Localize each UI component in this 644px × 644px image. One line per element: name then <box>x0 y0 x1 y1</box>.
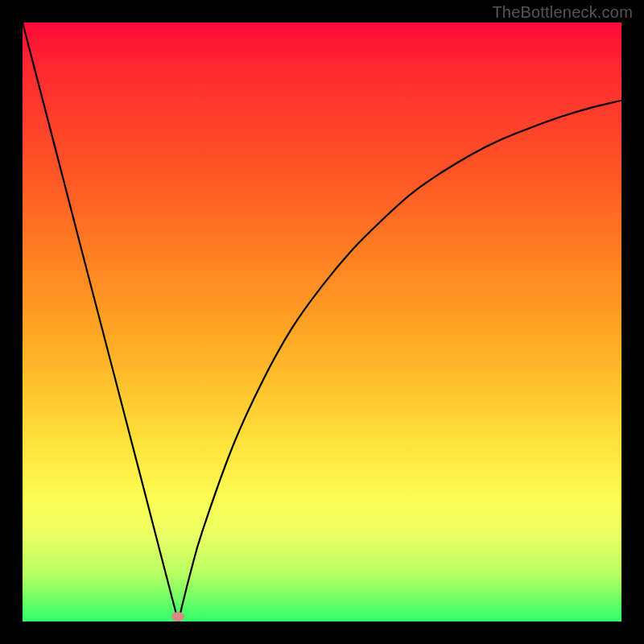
plot-area <box>23 23 621 621</box>
bottleneck-curve <box>23 23 621 621</box>
chart-frame: TheBottleneck.com <box>0 0 644 644</box>
watermark-text: TheBottleneck.com <box>492 3 633 22</box>
vertex-marker <box>171 612 184 621</box>
curve-svg <box>23 23 621 621</box>
